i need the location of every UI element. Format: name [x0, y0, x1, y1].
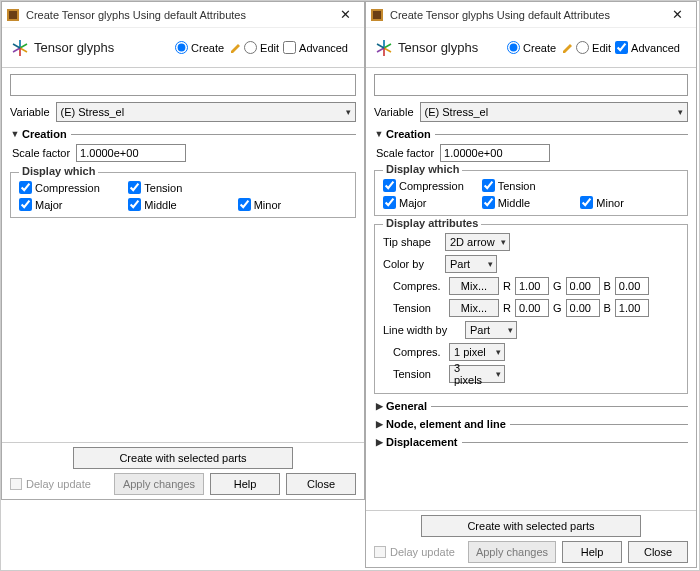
- lw-tension-combo[interactable]: 3 pixels: [449, 365, 505, 383]
- apply-changes-label: Apply changes: [476, 546, 548, 558]
- minor-input[interactable]: [238, 198, 251, 211]
- compres-r-input[interactable]: [515, 277, 549, 295]
- minor-checkbox[interactable]: Minor: [580, 196, 671, 209]
- minor-input[interactable]: [580, 196, 593, 209]
- mode-edit-radio[interactable]: Edit: [576, 41, 611, 54]
- compression-checkbox[interactable]: Compression: [383, 179, 474, 192]
- tension-checkbox[interactable]: Tension: [482, 179, 573, 192]
- minor-checkbox[interactable]: Minor: [238, 198, 339, 211]
- middle-checkbox[interactable]: Middle: [128, 198, 229, 211]
- create-with-selected-button[interactable]: Create with selected parts: [421, 515, 641, 537]
- compression-label: Compression: [35, 182, 100, 194]
- tip-shape-combo[interactable]: 2D arrow: [445, 233, 510, 251]
- advanced-checkbox[interactable]: Advanced: [283, 41, 348, 54]
- mode-create-label: Create: [191, 42, 224, 54]
- line-width-by-combo[interactable]: Part: [465, 321, 517, 339]
- svg-line-12: [384, 48, 391, 52]
- node-elem-line-expander[interactable]: ▶ Node, element and line: [374, 418, 688, 430]
- delay-update-box: [374, 546, 386, 558]
- scale-factor-row: Scale factor: [376, 144, 688, 162]
- mix-label: Mix...: [461, 280, 487, 292]
- svg-line-7: [13, 44, 20, 48]
- name-input[interactable]: [10, 74, 356, 96]
- tension-label: Tension: [144, 182, 182, 194]
- line-width-by-value: Part: [470, 324, 490, 336]
- displacement-expander[interactable]: ▶ Displacement: [374, 436, 688, 448]
- compression-input[interactable]: [383, 179, 396, 192]
- mode-create-radio[interactable]: Create: [175, 41, 224, 54]
- line-width-by-label: Line width by: [383, 324, 459, 336]
- middle-checkbox[interactable]: Middle: [482, 196, 573, 209]
- compres-mix-button[interactable]: Mix...: [449, 277, 499, 295]
- compression-checkbox[interactable]: Compression: [19, 181, 120, 194]
- mode-create-input[interactable]: [507, 41, 520, 54]
- toolbar-title: Tensor glyphs: [34, 40, 175, 55]
- scale-factor-input[interactable]: [76, 144, 186, 162]
- mode-create-input[interactable]: [175, 41, 188, 54]
- advanced-input[interactable]: [615, 41, 628, 54]
- name-input[interactable]: [374, 74, 688, 96]
- tension-label: Tension: [393, 302, 445, 314]
- compres-g-input[interactable]: [566, 277, 600, 295]
- middle-input[interactable]: [482, 196, 495, 209]
- major-input[interactable]: [19, 198, 32, 211]
- svg-line-6: [13, 48, 20, 52]
- tension-b-input[interactable]: [615, 299, 649, 317]
- variable-label: Variable: [374, 106, 414, 118]
- mode-edit-radio[interactable]: Edit: [244, 41, 279, 54]
- scale-factor-input[interactable]: [440, 144, 550, 162]
- mode-edit-input[interactable]: [244, 41, 257, 54]
- mode-edit-label: Edit: [260, 42, 279, 54]
- svg-line-15: [377, 44, 384, 48]
- window-title: Create Tensor glyphs Using default Attri…: [390, 9, 662, 21]
- tension-mix-button[interactable]: Mix...: [449, 299, 499, 317]
- mode-create-radio[interactable]: Create: [507, 41, 556, 54]
- creation-expander[interactable]: ▼ Creation: [374, 128, 688, 140]
- mode-edit-input[interactable]: [576, 41, 589, 54]
- lw-compres-value: 1 pixel: [454, 346, 486, 358]
- lw-compres-combo[interactable]: 1 pixel: [449, 343, 505, 361]
- tension-checkbox[interactable]: Tension: [128, 181, 229, 194]
- help-button[interactable]: Help: [562, 541, 622, 563]
- apply-changes-label: Apply changes: [123, 478, 195, 490]
- major-checkbox[interactable]: Major: [383, 196, 474, 209]
- variable-combo[interactable]: (E) Stress_el: [420, 102, 688, 122]
- minor-label: Minor: [254, 199, 282, 211]
- tension-g-input[interactable]: [566, 299, 600, 317]
- close-icon[interactable]: ✕: [330, 7, 360, 22]
- display-which-group: Display which Compression Tension Major …: [374, 170, 688, 216]
- close-label: Close: [307, 478, 335, 490]
- chevron-right-icon: ▶: [374, 401, 384, 411]
- close-button[interactable]: Close: [628, 541, 688, 563]
- svg-line-11: [384, 44, 391, 48]
- creation-title: Creation: [22, 128, 67, 140]
- tension-input[interactable]: [482, 179, 495, 192]
- minor-label: Minor: [596, 197, 624, 209]
- tension-input[interactable]: [128, 181, 141, 194]
- variable-combo[interactable]: (E) Stress_el: [56, 102, 356, 122]
- major-checkbox[interactable]: Major: [19, 198, 120, 211]
- g-label: G: [553, 302, 562, 314]
- creation-expander[interactable]: ▼ Creation: [10, 128, 356, 140]
- close-icon[interactable]: ✕: [662, 7, 692, 22]
- close-button[interactable]: Close: [286, 473, 356, 495]
- display-which-legend: Display which: [383, 163, 462, 175]
- compres-b-input[interactable]: [615, 277, 649, 295]
- advanced-checkbox[interactable]: Advanced: [615, 41, 680, 54]
- titlebar: Create Tensor glyphs Using default Attri…: [2, 2, 364, 28]
- major-input[interactable]: [383, 196, 396, 209]
- create-with-selected-button[interactable]: Create with selected parts: [73, 447, 293, 469]
- apply-changes-button: Apply changes: [114, 473, 204, 495]
- apply-changes-button: Apply changes: [468, 541, 556, 563]
- footer: Create with selected parts Delay update …: [2, 442, 364, 499]
- advanced-input[interactable]: [283, 41, 296, 54]
- rule-line: [462, 442, 688, 443]
- node-elem-line-title: Node, element and line: [386, 418, 506, 430]
- tension-r-input[interactable]: [515, 299, 549, 317]
- middle-input[interactable]: [128, 198, 141, 211]
- window-advanced: Create Tensor glyphs Using default Attri…: [365, 1, 697, 568]
- help-button[interactable]: Help: [210, 473, 280, 495]
- general-expander[interactable]: ▶ General: [374, 400, 688, 412]
- compression-input[interactable]: [19, 181, 32, 194]
- color-by-combo[interactable]: Part: [445, 255, 497, 273]
